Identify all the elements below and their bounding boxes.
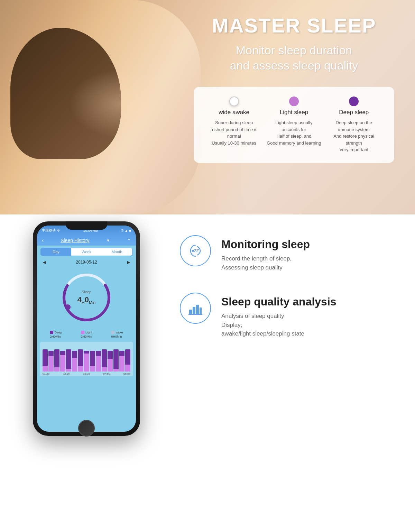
sleep-monitor-icon: zz (187, 242, 204, 259)
deep-name: Deep sleep (339, 109, 369, 116)
analysis-icon-circle (180, 293, 211, 324)
bar-column (48, 344, 54, 372)
stage-deep: Deep sleep Deep sleep on theimmune syste… (326, 97, 381, 153)
bar-column (113, 344, 119, 372)
bars-container (41, 344, 132, 372)
svg-rect-5 (189, 310, 192, 314)
tab-bar: Day Week Month (40, 248, 132, 256)
hero-shape-glow (69, 69, 173, 138)
dropdown-icon[interactable]: ▼ (106, 238, 110, 242)
legend-light: Light 2H0Min (81, 331, 92, 338)
bar-column (43, 344, 48, 372)
info-area: zz Monitoring sleep Record the length of… (173, 214, 415, 532)
awake-name: wide awake (219, 109, 249, 116)
svg-rect-8 (200, 308, 202, 314)
bar-column (96, 344, 101, 372)
deep-legend-label: Deep (54, 331, 62, 334)
date-row: ◄ 2019-05-12 ► (37, 258, 136, 266)
iphone-notch (66, 221, 107, 230)
stage-awake: wide awake Sober during sleepa short per… (206, 97, 262, 146)
iphone-screen: 中国移动 令 10:04 AM ® ▲ ■ ‹ Sleep History ▼ … (37, 226, 136, 432)
bar-column (78, 344, 83, 372)
light-name: Light sleep (280, 109, 308, 116)
deep-legend-dot (50, 331, 53, 334)
back-button[interactable]: ‹ (42, 237, 44, 244)
iphone-mockup: 中国移动 令 10:04 AM ® ▲ ■ ‹ Sleep History ▼ … (33, 221, 140, 436)
light-legend-label: Light (85, 331, 92, 334)
monitoring-text-block: Monitoring sleep Record the length of sl… (221, 235, 310, 272)
light-legend-dot (81, 331, 84, 334)
carrier-text: 中国移动 令 (42, 228, 60, 233)
bar-column (90, 344, 95, 372)
sleep-circle-area: Sleep 4H0Min (37, 266, 136, 329)
time-label-2: 02:35 (63, 372, 70, 375)
light-dot (289, 97, 299, 106)
svg-rect-7 (196, 305, 199, 314)
svg-rect-6 (193, 307, 195, 314)
sleep-circle: Sleep 4H0Min (59, 270, 114, 325)
bar-chart-area: 01:29 02:35 03:39 04:50 06:56 (40, 342, 133, 376)
bar-column (72, 344, 77, 372)
svg-point-2 (65, 304, 71, 310)
prev-date-btn[interactable]: ◄ (42, 259, 47, 265)
deep-legend-value: 2H0Min (50, 335, 61, 338)
legend-deep: Deep 2H0Min (50, 331, 62, 338)
tab-day[interactable]: Day (41, 248, 71, 256)
sleep-legend: Deep 2H0Min Light 2H0Min (37, 329, 136, 340)
sleep-stages-card: wide awake Sober during sleepa short per… (194, 87, 394, 163)
hero-subtitle: Monitor sleep durationand assess sleep q… (194, 43, 394, 73)
svg-text:zz: zz (194, 248, 199, 253)
bar-column (125, 344, 130, 372)
bar-column (102, 344, 107, 372)
svg-point-4 (192, 250, 194, 252)
sleep-duration: 4H0Min (77, 295, 96, 304)
monitoring-desc: Record the length of sleep,Assessing sle… (221, 254, 310, 272)
time-label-5: 06:56 (123, 372, 130, 375)
light-legend-value: 2H0Min (81, 335, 92, 338)
next-date-btn[interactable]: ► (126, 259, 131, 265)
feature-monitoring: zz Monitoring sleep Record the length of… (180, 235, 394, 272)
light-desc: Light sleep usuallyaccounts forHalf of s… (267, 119, 321, 146)
tab-week[interactable]: Week (71, 248, 102, 256)
bar-column (108, 344, 113, 372)
feature-analysis: Sleep quality analysis Analysis of sleep… (180, 293, 394, 338)
monitoring-title: Monitoring sleep (221, 238, 310, 251)
time-label-1: 01:29 (43, 372, 49, 375)
legend-wake: wake 0H0Min (111, 331, 123, 338)
time-labels: 01:29 02:35 03:39 04:50 06:56 (41, 372, 132, 375)
awake-dot (229, 97, 239, 106)
analysis-title: Sleep quality analysis (221, 295, 336, 308)
bar-column (66, 344, 71, 372)
analysis-text-block: Sleep quality analysis Analysis of sleep… (221, 293, 336, 338)
monitoring-icon-circle: zz (180, 235, 211, 266)
wake-legend-value: 0H0Min (111, 335, 122, 338)
bar-column (60, 344, 65, 372)
bar-column (54, 344, 59, 372)
awake-desc: Sober during sleepa short period of time… (206, 119, 262, 146)
app-title: Sleep History (61, 238, 89, 243)
bar-column (84, 344, 89, 372)
stage-light: Light sleep Light sleep usuallyaccounts … (266, 97, 322, 146)
bottom-section: 中国移动 令 10:04 AM ® ▲ ■ ‹ Sleep History ▼ … (0, 214, 415, 532)
bar-chart-icon (187, 300, 204, 317)
analysis-desc: Analysis of sleep qualityDisplay;awake/l… (221, 312, 336, 338)
hero-title: MASTER SLEEP (194, 14, 394, 37)
wake-legend-label: wake (116, 331, 123, 334)
time-label-4: 04:50 (103, 372, 110, 375)
circle-center: Sleep 4H0Min (77, 290, 96, 305)
hero-content: MASTER SLEEP Monitor sleep durationand a… (194, 14, 394, 163)
phone-area: 中国移动 令 10:04 AM ® ▲ ■ ‹ Sleep History ▼ … (0, 214, 173, 532)
time-label-3: 03:39 (83, 372, 90, 375)
app-header: ‹ Sleep History ▼ ⌃ (37, 235, 136, 246)
tab-month[interactable]: Month (102, 248, 132, 256)
iphone-home-button[interactable] (78, 420, 95, 437)
edit-icon[interactable]: ⌃ (127, 238, 131, 243)
signal-icons: ® ▲ ■ (121, 229, 131, 232)
deep-desc: Deep sleep on theimmune systemAnd restor… (326, 119, 381, 153)
deep-dot (349, 97, 359, 106)
wake-legend-dot (111, 331, 114, 334)
current-date: 2019-05-12 (76, 260, 97, 265)
bar-column (119, 344, 124, 372)
hero-section: MASTER SLEEP Monitor sleep durationand a… (0, 0, 415, 214)
sleep-label: Sleep (77, 290, 96, 294)
